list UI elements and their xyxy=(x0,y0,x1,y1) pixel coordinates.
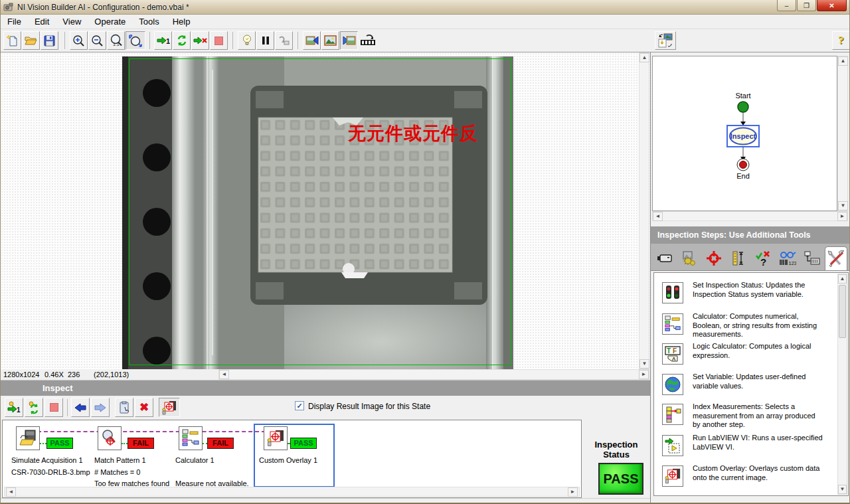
tab-identify-parts[interactable]: 123 xyxy=(776,247,799,270)
tools-panel-title: Inspection Steps: Use Additional Tools xyxy=(657,230,811,240)
scroll-down-arrow[interactable]: ▼ xyxy=(639,359,649,369)
scroll-right-arrow[interactable]: ► xyxy=(568,487,578,497)
scroll-right-arrow[interactable]: ► xyxy=(837,212,847,221)
menu-operate[interactable]: Operate xyxy=(88,15,132,28)
tools-list-scrollbar[interactable]: ▲ ▼ xyxy=(837,274,847,495)
tab-enhance-images[interactable] xyxy=(678,247,701,270)
scroll-down-arrow[interactable]: ▼ xyxy=(838,485,847,494)
tab-check-presence[interactable]: ? xyxy=(752,247,774,270)
inspection-status-label: Status xyxy=(582,450,650,460)
step-custom-overlay[interactable] xyxy=(264,426,288,450)
loop-state-button[interactable] xyxy=(25,398,43,417)
step-label[interactable]: Custom Overlay 1 xyxy=(259,456,317,464)
scroll-left-arrow[interactable]: ◄ xyxy=(6,487,16,497)
svg-text:T: T xyxy=(667,347,671,355)
zoom-one-to-one-button[interactable]: 1:1 xyxy=(107,31,125,50)
scroll-right-arrow[interactable]: ► xyxy=(639,370,649,379)
pause-button[interactable] xyxy=(256,31,274,50)
svg-text:1:1: 1:1 xyxy=(113,42,120,46)
menu-tools[interactable]: Tools xyxy=(132,15,165,28)
scroll-up-arrow[interactable]: ▲ xyxy=(639,53,649,62)
diagram-vertical-scrollbar[interactable]: ▲ ▼ xyxy=(837,56,848,211)
step-calculator[interactable] xyxy=(179,426,203,450)
start-node[interactable] xyxy=(738,102,748,112)
help-button[interactable]: ? xyxy=(832,31,850,50)
enhance-image-icon xyxy=(681,250,697,266)
maximize-button[interactable]: ❐ xyxy=(797,0,816,11)
step-status-badge: FAIL xyxy=(207,438,234,449)
scrollbar-thumb[interactable] xyxy=(839,285,846,338)
help-icon: ? xyxy=(838,34,844,47)
minimize-button[interactable]: – xyxy=(777,0,796,11)
step-label[interactable]: Simulate Acquisition 1 xyxy=(11,456,83,464)
image-display-panel[interactable]: 无元件或元件反 ▲ ▼ xyxy=(1,52,650,369)
loop-icon xyxy=(176,35,188,46)
zoom-fit-button[interactable] xyxy=(126,31,145,50)
run-loop-button[interactable] xyxy=(173,31,191,50)
tab-locate-features[interactable] xyxy=(703,247,725,270)
inspection-image[interactable]: 无元件或元件反 xyxy=(122,56,513,369)
browse-images-button[interactable] xyxy=(321,31,339,50)
menu-file[interactable]: File xyxy=(1,15,28,28)
save-inspection-button[interactable] xyxy=(41,31,58,50)
svg-text:123: 123 xyxy=(789,260,797,266)
delete-step-button[interactable]: ✖ xyxy=(135,398,153,417)
menu-help[interactable]: Help xyxy=(166,15,197,28)
identify-parts-icon: 123 xyxy=(779,250,796,266)
tool-description: Calculator: Computes numerical, Boolean,… xyxy=(693,312,824,339)
cursor-coordinates: (202,1013) xyxy=(94,371,129,378)
title-bar[interactable]: NI Vision Builder AI - Configuration - d… xyxy=(1,0,850,15)
globe-icon xyxy=(662,374,683,395)
clipboard-icon xyxy=(119,401,130,414)
tab-use-additional-tools[interactable] xyxy=(825,246,847,270)
overlay-warning-text: 无元件或元件反 xyxy=(347,124,478,143)
step-match-pattern[interactable] xyxy=(98,426,122,450)
new-inspection-button[interactable] xyxy=(3,31,21,50)
run-state-once-button[interactable]: 1 xyxy=(5,398,23,417)
record-images-button[interactable] xyxy=(359,31,377,50)
tab-communicate[interactable] xyxy=(801,247,823,270)
scroll-left-arrow[interactable]: ◄ xyxy=(653,212,663,221)
tool-description: Custom Overlay: Overlays custom data ont… xyxy=(693,464,824,482)
run-labview-vi-icon xyxy=(662,435,683,456)
state-diagram-canvas[interactable]: Start Inspect End xyxy=(652,56,837,211)
step-simulate-acquisition[interactable] xyxy=(16,426,40,450)
scroll-left-arrow[interactable]: ◄ xyxy=(219,370,229,379)
switch-view-button[interactable] xyxy=(655,31,676,50)
scroll-down-arrow[interactable]: ▼ xyxy=(838,201,848,210)
state-title-bar: Inspect xyxy=(1,380,650,396)
tab-measure-features[interactable] xyxy=(727,247,750,270)
image-vertical-scrollbar[interactable]: ▲ ▼ xyxy=(639,52,649,369)
previous-step-button[interactable] xyxy=(71,398,90,417)
scroll-up-arrow[interactable]: ▲ xyxy=(838,56,848,66)
app-icon xyxy=(3,3,14,12)
previous-image-button[interactable] xyxy=(303,31,321,50)
next-image-button[interactable] xyxy=(340,31,358,50)
diagnostics-button[interactable] xyxy=(238,31,256,50)
step-button[interactable] xyxy=(275,31,293,50)
diagram-horizontal-scrollbar[interactable]: ◄ ► xyxy=(652,211,848,221)
open-inspection-button[interactable] xyxy=(22,31,40,50)
menu-view[interactable]: View xyxy=(56,15,88,28)
menu-edit[interactable]: Edit xyxy=(28,15,56,28)
stop-button[interactable] xyxy=(210,31,228,50)
display-result-checkbox[interactable]: ✓ xyxy=(295,401,304,410)
next-step-button[interactable] xyxy=(91,398,110,417)
close-button[interactable]: ✕ xyxy=(817,0,847,11)
zoom-out-button[interactable] xyxy=(88,31,106,50)
step-label[interactable]: Calculator 1 xyxy=(175,456,214,464)
image-horizontal-scrollbar[interactable]: ◄ ► xyxy=(218,369,649,380)
steps-horizontal-scrollbar[interactable]: ◄ ► xyxy=(4,487,580,497)
zoom-in-icon xyxy=(72,35,85,47)
run-once-button[interactable]: 1 xyxy=(154,31,172,50)
image-zoom-factor: 0.46X xyxy=(44,371,64,378)
selected-step-tool-button[interactable] xyxy=(159,398,180,417)
scroll-up-arrow[interactable]: ▲ xyxy=(838,274,847,284)
tab-acquire-images[interactable] xyxy=(653,247,676,270)
run-until-fail-button[interactable] xyxy=(191,31,209,50)
stop-state-button[interactable] xyxy=(44,398,63,417)
zoom-in-button[interactable] xyxy=(70,31,88,50)
end-node[interactable] xyxy=(740,161,747,169)
step-label[interactable]: Match Pattern 1 xyxy=(94,456,146,464)
copy-step-button[interactable] xyxy=(115,398,133,417)
